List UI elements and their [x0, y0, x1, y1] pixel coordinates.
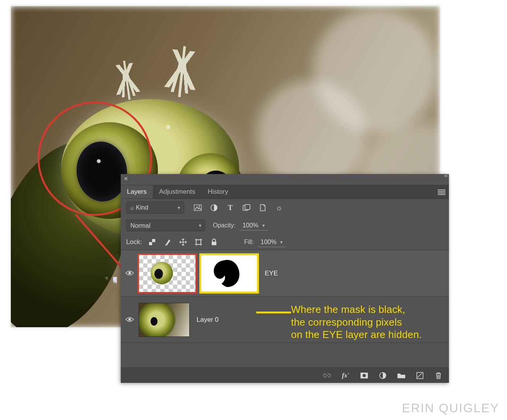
annotation-callout: Where the mask is black, the correspondi…: [291, 303, 422, 341]
svg-point-16: [128, 271, 131, 274]
credit-text: ERIN QUIGLEY: [402, 401, 499, 415]
layers-panel: × << Layers Adjustments History ⌕Kind ▾ …: [121, 174, 449, 383]
opacity-value[interactable]: 100% ▾: [240, 220, 268, 230]
svg-point-20: [363, 374, 366, 377]
fill-label: Fill:: [244, 239, 254, 246]
layer-row-eye[interactable]: EYE: [121, 250, 449, 297]
adjustment-layer-icon[interactable]: [379, 371, 387, 380]
collapse-panel-icon[interactable]: <<: [444, 173, 447, 179]
lock-transparency-icon[interactable]: [148, 238, 156, 246]
lock-position-icon[interactable]: [179, 238, 187, 246]
add-mask-icon[interactable]: [360, 371, 368, 380]
panel-menu-icon[interactable]: [437, 188, 447, 196]
filter-kind-dropdown[interactable]: ⌕Kind ▾: [126, 201, 184, 214]
svg-rect-10: [196, 240, 201, 244]
svg-point-17: [128, 318, 131, 320]
fx-icon[interactable]: fx˅: [341, 371, 350, 380]
svg-rect-4: [245, 205, 250, 210]
close-icon[interactable]: ×: [124, 176, 129, 182]
chevron-down-icon: ▾: [262, 223, 265, 228]
blend-mode-dropdown[interactable]: Normal: [126, 220, 205, 231]
svg-point-1: [199, 205, 200, 207]
new-layer-icon[interactable]: [416, 371, 424, 380]
adjustment-filter-icon[interactable]: [210, 203, 218, 212]
visibility-toggle-icon[interactable]: [125, 268, 134, 278]
lock-artboard-icon[interactable]: [195, 238, 202, 246]
lock-all-icon[interactable]: [210, 238, 218, 246]
layer-name-label[interactable]: EYE: [265, 270, 278, 277]
visibility-toggle-icon[interactable]: [125, 315, 134, 325]
smartobject-filter-icon[interactable]: [259, 203, 267, 212]
svg-rect-15: [212, 242, 216, 245]
svg-rect-6: [149, 239, 152, 242]
lock-label: Lock:: [126, 238, 142, 246]
search-icon: ⌕: [130, 204, 134, 211]
fill-value[interactable]: 100% ▾: [258, 237, 286, 247]
tab-adjustments[interactable]: Adjustments: [153, 185, 202, 198]
group-icon[interactable]: [397, 371, 406, 380]
svg-rect-7: [152, 242, 155, 245]
layer-name-label[interactable]: Layer 0: [197, 316, 219, 324]
shape-filter-icon[interactable]: [242, 203, 251, 212]
layer-thumbnail[interactable]: [139, 254, 196, 292]
filter-kind-label: Kind: [136, 204, 148, 211]
image-filter-icon[interactable]: [194, 203, 202, 212]
artboard-filter-icon[interactable]: ☼: [275, 203, 283, 212]
lock-pixels-icon[interactable]: [164, 238, 171, 246]
trash-icon[interactable]: [434, 371, 443, 380]
chevron-down-icon: ▾: [178, 205, 180, 210]
tab-layers[interactable]: Layers: [121, 185, 153, 198]
chevron-down-icon: ▾: [280, 239, 283, 245]
type-filter-icon[interactable]: T: [226, 203, 235, 212]
tab-history[interactable]: History: [202, 185, 235, 198]
layer-thumbnail[interactable]: [139, 303, 190, 337]
link-icon[interactable]: [323, 371, 331, 380]
layer-mask-thumbnail[interactable]: [200, 254, 258, 292]
opacity-label: Opacity:: [213, 222, 236, 229]
